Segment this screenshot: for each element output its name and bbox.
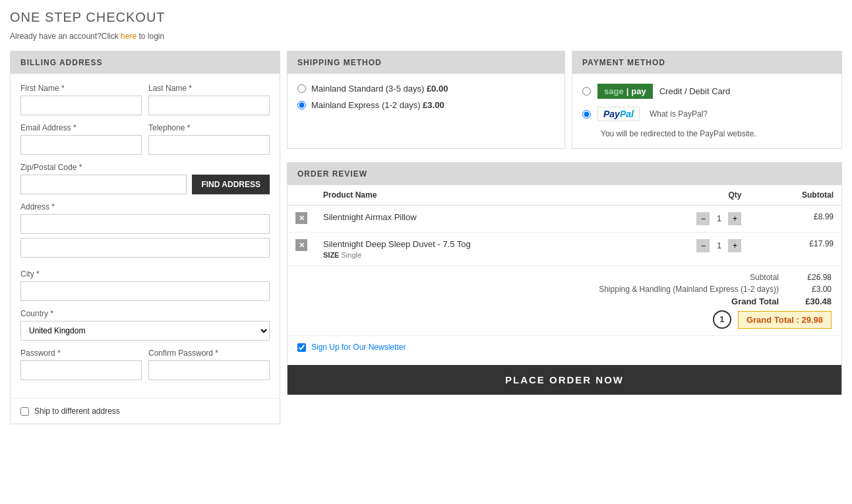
grand-total-highlight: Grand Total : 29.98 <box>738 311 832 329</box>
country-select[interactable]: United Kingdom <box>20 321 270 341</box>
email-input[interactable] <box>20 135 142 155</box>
last-name-group: Last Name * <box>148 84 270 115</box>
subtotal-label: Subtotal <box>750 273 779 282</box>
qty-control-1: − 1 + <box>696 212 741 225</box>
shipping-method-section: SHIPPING METHOD Mainland Standard (3-5 d… <box>287 51 565 149</box>
address-line2-input[interactable] <box>20 238 270 258</box>
remove-cell-1: ✕ <box>288 206 315 233</box>
paypal-logo: PayPal <box>597 107 640 121</box>
password-label: Password * <box>20 349 142 358</box>
order-item-2: ✕ Silentnight Deep Sleep Duvet - 7.5 Tog… <box>288 233 841 266</box>
grand-total-label: Grand Total <box>731 296 779 306</box>
totals-section: Subtotal £26.98 Shipping & Handling (Mai… <box>288 266 841 335</box>
first-name-group: First Name * <box>20 84 142 115</box>
first-name-label: First Name * <box>20 84 142 93</box>
paypal-p1: Pay <box>603 109 620 119</box>
sagepay-logo: sage | pay <box>597 84 653 99</box>
what-is-paypal-link[interactable]: What is PayPal? <box>650 109 708 119</box>
shipping-options-list: Mainland Standard (3-5 days) £0.00 Mainl… <box>288 74 564 126</box>
qty-cell-2: − 1 + <box>632 233 749 266</box>
qty-value-1: 1 <box>712 214 725 223</box>
shipping-total-label: Shipping & Handling (Mainland Express (1… <box>599 285 779 294</box>
first-name-input[interactable] <box>20 96 142 115</box>
shipping-express-label: Mainland Express (1-2 days) £3.00 <box>311 100 444 110</box>
telephone-input[interactable] <box>148 135 270 155</box>
confirm-password-input[interactable] <box>148 360 270 380</box>
shipping-standard-price: £0.00 <box>427 84 448 94</box>
qty-increase-2-button[interactable]: + <box>728 239 741 252</box>
find-address-button[interactable]: FIND ADDRESS <box>192 175 270 194</box>
password-group: Password * <box>20 349 142 380</box>
ship-different-checkbox[interactable] <box>20 407 29 416</box>
payment-option-sagepay: sage | pay Credit / Debit Card <box>582 84 832 99</box>
city-label: City * <box>20 269 270 279</box>
sagepay-radio[interactable] <box>582 87 591 96</box>
billing-address-section: BILLING ADDRESS First Name * Last Name *… <box>10 51 280 424</box>
country-group: Country * United Kingdom <box>20 309 270 341</box>
country-label: Country * <box>20 309 270 318</box>
shipping-total-value: £3.00 <box>792 285 832 294</box>
product-1-name: Silentnight Airmax Pillow <box>323 212 417 222</box>
top-right-grid: SHIPPING METHOD Mainland Standard (3-5 d… <box>287 51 842 149</box>
shipping-standard-radio[interactable] <box>297 84 306 93</box>
order-review-section: ORDER REVIEW Product Name Qty Subtotal <box>287 162 842 395</box>
city-group: City * <box>20 269 270 301</box>
zip-group: Zip/Postal Code * <box>20 163 187 194</box>
payment-section-header: PAYMENT METHOD <box>572 51 841 74</box>
qty-cell-1: − 1 + <box>632 206 749 233</box>
product-2-name: Silentnight Deep Sleep Duvet - 7.5 Tog <box>323 239 471 249</box>
order-review-header: ORDER REVIEW <box>288 163 841 185</box>
shipping-option-express: Mainland Express (1-2 days) £3.00 <box>297 100 555 110</box>
order-item-1: ✕ Silentnight Airmax Pillow − 1 + <box>288 206 841 233</box>
sagepay-label: Credit / Debit Card <box>659 86 731 96</box>
newsletter-link[interactable]: Sign Up for Our Newsletter <box>311 343 406 352</box>
last-name-label: Last Name * <box>148 84 270 93</box>
payment-option-paypal: PayPal What is PayPal? <box>582 107 832 121</box>
shipping-total-row: Shipping & Handling (Mainland Express (1… <box>297 285 832 294</box>
paypal-radio[interactable] <box>582 110 591 119</box>
city-input[interactable] <box>20 281 270 301</box>
remove-cell-2: ✕ <box>288 233 315 266</box>
confirm-password-label: Confirm Password * <box>148 349 270 358</box>
product-name-cell-1: Silentnight Airmax Pillow <box>315 206 632 233</box>
subtotal-value: £26.98 <box>792 273 832 282</box>
shipping-express-price: £3.00 <box>423 100 444 110</box>
order-table: Product Name Qty Subtotal ✕ Silentnight … <box>288 185 841 266</box>
confirm-password-group: Confirm Password * <box>148 349 270 380</box>
billing-section-header: BILLING ADDRESS <box>11 51 280 74</box>
login-link[interactable]: here <box>121 32 137 41</box>
grand-total-row: Grand Total £30.48 <box>297 296 832 306</box>
newsletter-checkbox[interactable] <box>297 343 306 352</box>
subtotal-row: Subtotal £26.98 <box>297 273 832 282</box>
coupon-badge: 1 <box>713 310 731 329</box>
product-name-cell-2: Silentnight Deep Sleep Duvet - 7.5 Tog S… <box>315 233 632 266</box>
sage-text: sage <box>604 86 624 96</box>
zip-input[interactable] <box>20 175 187 194</box>
qty-decrease-1-button[interactable]: − <box>696 212 710 225</box>
qty-control-2: − 1 + <box>696 239 741 252</box>
telephone-group: Telephone * <box>148 123 270 155</box>
payment-method-section: PAYMENT METHOD sage | pay Credit / Debit… <box>572 51 842 149</box>
remove-item-1-button[interactable]: ✕ <box>295 212 307 224</box>
address-line1-input[interactable] <box>20 214 270 234</box>
col-subtotal-header: Subtotal <box>749 185 841 206</box>
email-label: Email Address * <box>20 123 142 132</box>
address-label: Address * <box>20 202 270 211</box>
qty-decrease-2-button[interactable]: − <box>696 239 710 252</box>
grand-total-value: £30.48 <box>792 296 832 306</box>
postcode-row: Zip/Postal Code * FIND ADDRESS <box>20 163 270 194</box>
qty-increase-1-button[interactable]: + <box>728 212 741 225</box>
right-column: SHIPPING METHOD Mainland Standard (3-5 d… <box>287 51 842 424</box>
page-title: ONE STEP CHECKOUT <box>10 10 842 25</box>
remove-item-2-button[interactable]: ✕ <box>295 239 307 251</box>
last-name-input[interactable] <box>148 96 270 115</box>
place-order-button[interactable]: PLACE ORDER NOW <box>288 365 841 395</box>
pipe-text: | <box>626 86 629 96</box>
ship-different-label: Ship to different address <box>34 406 120 416</box>
password-input[interactable] <box>20 360 142 380</box>
coupon-area: 1 Grand Total : 29.98 <box>297 310 832 329</box>
variant-value: Single <box>342 251 362 259</box>
shipping-express-radio[interactable] <box>297 101 306 109</box>
paypal-p2: Pal <box>620 109 634 119</box>
shipping-section-header: SHIPPING METHOD <box>288 51 564 74</box>
